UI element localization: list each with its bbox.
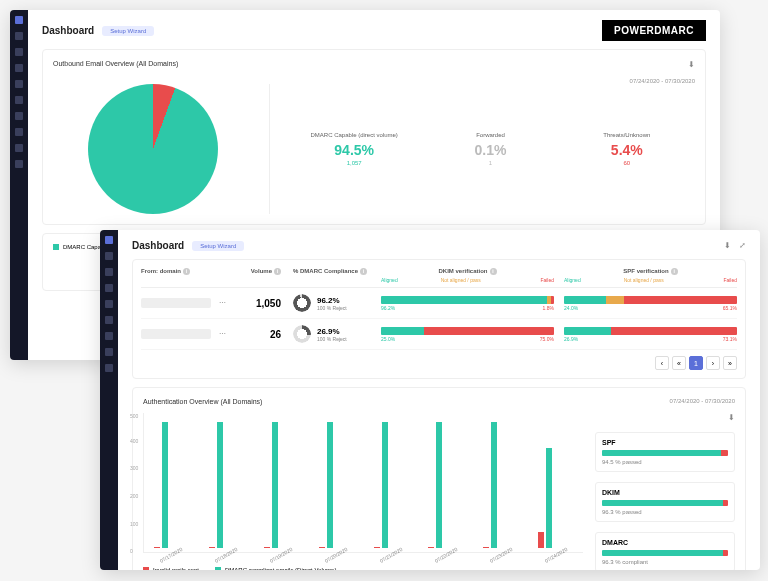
sidebar-item[interactable] xyxy=(15,160,23,168)
overview-stats: DMARC Capable (direct volume) 94.5% 1,05… xyxy=(269,84,695,214)
outbound-overview-card: Outbound Email Overview (All Domains) ⬇ … xyxy=(42,49,706,225)
download-icon[interactable]: ⬇ xyxy=(728,413,735,422)
bar xyxy=(546,448,552,548)
page-first-button[interactable]: « xyxy=(672,356,686,370)
page-prev-button[interactable]: ‹ xyxy=(655,356,669,370)
sidebar xyxy=(10,10,28,360)
spf-bar xyxy=(564,327,737,335)
x-tick-label: 07/18/2020 xyxy=(214,546,239,564)
page-last-button[interactable]: » xyxy=(723,356,737,370)
donut-chart xyxy=(293,325,311,343)
page-next-button[interactable]: › xyxy=(706,356,720,370)
setup-wizard-button[interactable]: Setup Wizard xyxy=(102,26,154,36)
download-icon[interactable]: ⬇ xyxy=(688,60,695,69)
x-tick-label: 07/19/2020 xyxy=(269,546,294,564)
domain-redacted xyxy=(141,298,211,308)
main-content: Dashboard Setup Wizard ⬇ ⤢ From: domaini… xyxy=(118,230,760,570)
dashboard-window-2: Dashboard Setup Wizard ⬇ ⤢ From: domaini… xyxy=(100,230,760,570)
sidebar-item[interactable] xyxy=(15,80,23,88)
info-icon[interactable]: i xyxy=(671,268,678,275)
bar xyxy=(491,422,497,548)
bar xyxy=(162,422,168,548)
bar xyxy=(428,547,434,548)
bar xyxy=(483,547,489,548)
legend-swatch xyxy=(215,567,221,570)
x-tick-label: 07/17/2020 xyxy=(159,546,184,564)
bar xyxy=(264,547,270,548)
dkim-bar xyxy=(381,327,554,335)
sidebar-item[interactable] xyxy=(15,112,23,120)
x-tick-label: 07/23/2020 xyxy=(488,546,513,564)
bar xyxy=(209,547,215,548)
sidebar-item[interactable] xyxy=(105,332,113,340)
bar xyxy=(217,422,223,548)
sidebar-item[interactable] xyxy=(15,48,23,56)
domain-redacted xyxy=(141,329,211,339)
info-icon[interactable]: i xyxy=(360,268,367,275)
table-header-row: From: domaini Volumei % DMARC Compliance… xyxy=(141,268,737,288)
bar xyxy=(382,422,388,548)
sidebar-item[interactable] xyxy=(105,284,113,292)
sidebar-item[interactable] xyxy=(15,32,23,40)
bar-group: 07/23/2020 xyxy=(483,417,518,548)
page-title: Dashboard xyxy=(132,240,184,251)
sidebar-item[interactable] xyxy=(105,364,113,372)
bar xyxy=(272,422,278,548)
stat-dmarc-capable: DMARC Capable (direct volume) 94.5% 1,05… xyxy=(286,132,422,166)
info-icon[interactable]: i xyxy=(490,268,497,275)
sidebar-item[interactable] xyxy=(15,128,23,136)
bar xyxy=(327,422,333,548)
bar xyxy=(538,532,544,548)
sidebar-item[interactable] xyxy=(105,316,113,324)
sidebar-item[interactable] xyxy=(15,96,23,104)
page-header: Dashboard Setup Wizard POWERDMARC xyxy=(42,20,706,41)
expand-icon[interactable]: ⤢ xyxy=(739,241,746,250)
page-1-button[interactable]: 1 xyxy=(689,356,703,370)
sidebar-item[interactable] xyxy=(105,268,113,276)
compliance-table-card: From: domaini Volumei % DMARC Compliance… xyxy=(132,259,746,379)
page-header: Dashboard Setup Wizard ⬇ ⤢ xyxy=(132,240,746,251)
sidebar-item-dashboard[interactable] xyxy=(105,236,113,244)
sidebar-item[interactable] xyxy=(15,144,23,152)
info-icon[interactable]: i xyxy=(274,268,281,275)
sidebar-item[interactable] xyxy=(105,252,113,260)
date-range: 07/24/2020 - 07/30/2020 xyxy=(670,398,735,405)
table-row[interactable]: ⋯ 1,050 96.2% 100 % Reject xyxy=(141,288,737,319)
card-title: Outbound Email Overview (All Domains) xyxy=(53,60,178,69)
pagination: ‹ « 1 › » xyxy=(141,356,737,370)
bar-group: 07/22/2020 xyxy=(428,417,463,548)
bar-group: 07/24/2020 xyxy=(538,417,573,548)
download-icon[interactable]: ⬇ xyxy=(724,241,731,250)
sidebar-item-dashboard[interactable] xyxy=(15,16,23,24)
bar xyxy=(154,547,160,548)
pie-chart xyxy=(53,84,253,214)
sidebar-item[interactable] xyxy=(105,348,113,356)
stat-threats: Threats/Unknown 5.4% 60 xyxy=(559,132,695,166)
dkim-bar xyxy=(381,296,554,304)
brand-logo: POWERDMARC xyxy=(602,20,706,41)
row-menu-button[interactable]: ⋯ xyxy=(215,299,230,307)
x-tick-label: 07/22/2020 xyxy=(433,546,458,564)
table-row[interactable]: ⋯ 26 26.9% 100 % Reject 25 xyxy=(141,319,737,350)
bar-group: 07/17/2020 xyxy=(154,417,189,548)
row-menu-button[interactable]: ⋯ xyxy=(215,330,230,338)
setup-wizard-button[interactable]: Setup Wizard xyxy=(192,241,244,251)
x-tick-label: 07/20/2020 xyxy=(324,546,349,564)
sidebar xyxy=(100,230,118,570)
volume-value: 26 xyxy=(231,329,281,340)
card-title: Authentication Overview (All Domains) xyxy=(143,398,262,405)
sidebar-item[interactable] xyxy=(105,300,113,308)
spf-stat: SPF 94.5 % passed xyxy=(595,432,735,472)
x-tick-label: 07/21/2020 xyxy=(379,546,404,564)
dkim-stat: DKIM 96.3 % passed xyxy=(595,482,735,522)
volume-value: 1,050 xyxy=(231,298,281,309)
info-icon[interactable]: i xyxy=(183,268,190,275)
auth-overview-card: Authentication Overview (All Domains) 07… xyxy=(132,387,746,570)
spf-bar xyxy=(564,296,737,304)
sidebar-item[interactable] xyxy=(15,64,23,72)
x-tick-label: 07/24/2020 xyxy=(543,546,568,564)
legend-swatch xyxy=(53,244,59,250)
bar xyxy=(374,547,380,548)
bar xyxy=(436,422,442,548)
bar-group: 07/21/2020 xyxy=(374,417,409,548)
